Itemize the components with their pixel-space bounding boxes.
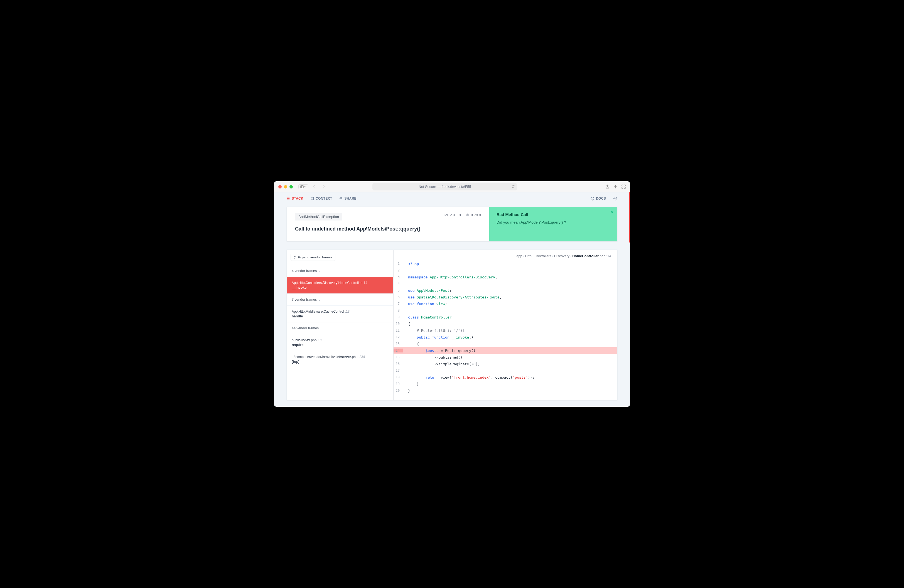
line-number: 20 (394, 389, 403, 392)
tab-stack[interactable]: STACK (287, 196, 303, 201)
line-number: 14 (394, 349, 403, 352)
line-number: 6 (394, 295, 403, 299)
code-line: 6use Spatie\RouteDiscovery\Attributes\Ro… (394, 294, 617, 300)
tab-share[interactable]: SHARE (339, 196, 357, 201)
frame-icon (311, 197, 314, 200)
line-number: 1 (394, 262, 403, 266)
expand-vendor-frames-button[interactable]: Expand vendor frames (291, 254, 335, 261)
traffic-lights (278, 185, 293, 188)
code-line: 5use App\Models\Post; (394, 287, 617, 294)
laravel-icon (466, 213, 469, 217)
code-line: 10{ (394, 321, 617, 327)
svg-point-7 (591, 197, 594, 200)
stack-frames-sidebar: Expand vendor frames 4 vendor frames ⌄Ap… (287, 250, 394, 400)
close-window-button[interactable] (278, 185, 282, 188)
code-file-name: HomeController (572, 254, 598, 258)
line-number: 12 (394, 335, 403, 339)
line-number: 11 (394, 329, 403, 332)
chevron-down-icon (304, 186, 307, 188)
code-line: 19 } (394, 381, 617, 387)
sidebar-toggle-button[interactable] (299, 184, 308, 189)
chevron-down-icon: ⌄ (318, 270, 321, 273)
reload-button[interactable] (511, 185, 515, 188)
chevron-right-icon (322, 185, 326, 188)
chevron-down-icon: ⌄ (318, 298, 321, 301)
code-line: 14 $posts = Post::qquery() (394, 347, 617, 354)
tab-share-label: SHARE (344, 196, 357, 201)
svg-rect-6 (311, 198, 314, 200)
svg-rect-0 (300, 185, 303, 188)
solution-body: Did you mean App\Models\Post::query() ? (496, 220, 610, 224)
browser-window: Not Secure — freek.dev.test/#F55 STACK (274, 181, 630, 407)
forward-button[interactable] (320, 184, 327, 190)
stack-frame[interactable]: ~/.composer/vendor/laravel/valet/server.… (287, 351, 393, 368)
code-line: 3namespace App\Http\Controllers\Discover… (394, 273, 617, 280)
chevron-left-icon (313, 185, 316, 188)
share-icon (605, 185, 610, 189)
line-number: 17 (394, 368, 403, 373)
line-number: 10 (394, 322, 403, 326)
app-viewport: STACK CONTEXT SHARE DOCS PHP (274, 192, 630, 407)
code-line: 1<?php (394, 260, 617, 267)
chevron-down-icon: ⌄ (320, 327, 322, 330)
vendor-frame-group[interactable]: 4 vendor frames ⌄ (287, 265, 393, 277)
gear-icon (613, 196, 617, 201)
expand-vendor-frames-label: Expand vendor frames (298, 256, 332, 259)
fullscreen-window-button[interactable] (289, 185, 293, 188)
code-file-line: 14 (607, 254, 611, 258)
vendor-frame-group[interactable]: 7 vendor frames ⌄ (287, 294, 393, 305)
code-line: 12 public function __invoke() (394, 334, 617, 340)
stack-frame[interactable]: App\Http\Middleware\CacheControl :13hand… (287, 305, 393, 322)
code-line: 11 #[Route(fullUri: '/')] (394, 327, 617, 334)
expand-icon (294, 256, 296, 259)
stack-icon (287, 197, 290, 200)
code-lines: 1<?php23namespace App\Http\Controllers\D… (394, 259, 617, 394)
exception-message: Call to undefined method App\Models\Post… (295, 226, 481, 232)
back-button[interactable] (311, 184, 318, 190)
new-tab-button[interactable] (613, 185, 618, 189)
code-line: 2 (394, 267, 617, 273)
share-button[interactable] (605, 185, 610, 189)
code-file-path: app / Http / Controllers / Discovery / H… (394, 250, 617, 259)
app-navbar: STACK CONTEXT SHARE DOCS (274, 192, 630, 205)
docs-label: DOCS (596, 196, 606, 201)
line-number: 3 (394, 275, 403, 279)
code-line: 13 { (394, 340, 617, 347)
stack-frame[interactable]: App\Http\Controllers\Discovery\HomeContr… (287, 277, 393, 294)
share-arrow-icon (339, 197, 343, 200)
browser-titlebar: Not Secure — freek.dev.test/#F55 (274, 181, 630, 192)
minimize-window-button[interactable] (284, 185, 287, 188)
vendor-frame-group[interactable]: 44 vendor frames ⌄ (287, 322, 393, 334)
svg-rect-2 (622, 185, 623, 186)
solution-title: Bad Method Call (496, 212, 610, 217)
stack-frame[interactable]: public/index.php :52require (287, 334, 393, 351)
code-line: 15 ->published() (394, 354, 617, 360)
line-number: 19 (394, 382, 403, 386)
tabs-overview-button[interactable] (621, 185, 626, 189)
svg-point-8 (592, 198, 593, 199)
address-bar[interactable]: Not Secure — freek.dev.test/#F55 (372, 183, 517, 190)
svg-rect-3 (624, 185, 626, 186)
code-viewer: app / Http / Controllers / Discovery / H… (394, 250, 617, 400)
stack-panel: Expand vendor frames 4 vendor frames ⌄Ap… (287, 250, 617, 400)
version-meta: PHP 8.1.0 8.79.0 (444, 213, 481, 217)
code-line: 16 ->simplePaginate(20); (394, 360, 617, 367)
settings-button[interactable] (613, 196, 617, 201)
laravel-version: 8.79.0 (466, 213, 481, 217)
close-solution-button[interactable] (610, 210, 613, 213)
solution-card: Bad Method Call Did you mean App\Models\… (489, 207, 617, 241)
code-line: 20} (394, 387, 617, 394)
exception-class-badge: BadMethodCallException (295, 213, 342, 220)
code-line: 18 return view('front.home.index', compa… (394, 374, 617, 381)
tab-stack-label: STACK (292, 196, 303, 201)
exception-card: PHP 8.1.0 8.79.0 BadMethodCallException … (287, 207, 617, 241)
code-line: 7use function view; (394, 300, 617, 307)
lifebuoy-icon (591, 197, 594, 201)
line-number: 13 (394, 342, 403, 346)
code-line: 4 (394, 280, 617, 287)
svg-point-9 (615, 198, 616, 199)
tab-context[interactable]: CONTEXT (311, 196, 332, 201)
line-number: 18 (394, 375, 403, 379)
docs-link[interactable]: DOCS (591, 196, 606, 201)
reload-icon (511, 185, 515, 188)
